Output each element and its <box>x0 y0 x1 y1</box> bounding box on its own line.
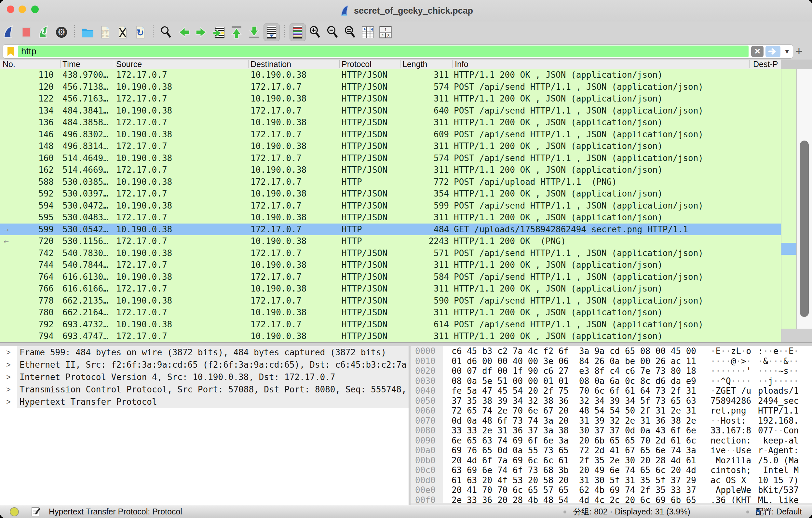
filter-bookmark-button[interactable] <box>4 46 17 57</box>
expert-info-icon[interactable] <box>10 507 19 516</box>
hex-row[interactable]: 0000 c6 45 b3 c2 7a 4c f2 6f 3a 9a cd 65… <box>411 346 812 356</box>
filter-text[interactable]: http <box>21 46 36 57</box>
start-capture-button[interactable] <box>1 23 17 41</box>
reload-file-button[interactable]: ↻ <box>132 23 148 41</box>
column-header-destination[interactable]: Destination <box>251 60 337 69</box>
colorize-toggle[interactable] <box>290 23 306 41</box>
packet-row[interactable]: 744 540.7844… 172.17.0.7 10.190.0.38 HTT… <box>0 259 781 271</box>
packet-row[interactable]: 764 616.6130… 10.190.0.38 172.17.0.7 HTT… <box>0 271 781 283</box>
close-file-button[interactable] <box>115 23 131 41</box>
filter-add-button[interactable]: + <box>792 44 806 58</box>
column-header-time[interactable]: Time <box>62 60 111 69</box>
packet-row[interactable]: 136 484.3858… 172.17.0.7 10.190.0.38 HTT… <box>0 116 781 128</box>
capture-comment-icon[interactable] <box>31 507 41 517</box>
filter-apply-button[interactable] <box>765 46 780 57</box>
detail-tree-row[interactable]: > Hypertext Transfer Protocol <box>0 396 409 408</box>
cell-time: 693.4747… <box>62 330 115 342</box>
packet-row[interactable]: 148 496.8314… 172.17.0.7 10.190.0.38 HTT… <box>0 140 781 152</box>
column-header-dest-port[interactable]: Dest-P <box>753 60 781 69</box>
chevron-right-icon[interactable]: > <box>0 383 17 396</box>
packet-list-scrollbar[interactable] <box>797 69 812 328</box>
ascii-left: 75894286 <box>710 396 753 406</box>
find-packet-button[interactable] <box>158 23 174 41</box>
zoom-original-button[interactable] <box>342 23 358 41</box>
restart-capture-button[interactable]: ↻ <box>36 23 52 41</box>
first-packet-button[interactable] <box>228 23 244 41</box>
packet-row[interactable]: 780 662.2164… 172.17.0.7 10.190.0.38 HTT… <box>0 307 781 319</box>
chevron-right-icon[interactable]: > <box>0 358 17 371</box>
packet-row[interactable]: 766 616.6166… 172.17.0.7 10.190.0.38 HTT… <box>0 283 781 295</box>
chevron-right-icon[interactable]: > <box>0 396 17 408</box>
cell-time: 514.4649… <box>62 152 115 164</box>
packet-row[interactable]: 720 530.1156… 172.17.0.7 10.190.0.38 HTT… <box>0 235 781 247</box>
hex-row[interactable]: 00e0 20 41 70 70 6c 65 57 65 62 4b 69 74… <box>411 485 812 495</box>
arrow-left-icon <box>177 25 191 39</box>
hex-row[interactable]: 0020 00 07 df 00 1f 90 c6 27 e3 8f c4 c6… <box>411 366 812 376</box>
packet-row[interactable]: 588 530.0385… 10.190.0.38 172.17.0.7 HTT… <box>0 176 781 188</box>
auto-scroll-toggle[interactable] <box>263 23 280 41</box>
column-header-source[interactable]: Source <box>116 60 243 69</box>
detail-tree-row[interactable]: > Internet Protocol Version 4, Src: 10.1… <box>0 371 409 383</box>
hex-row[interactable]: 0050 37 35 38 39 34 32 38 36 32 34 39 34… <box>411 396 812 406</box>
packet-row[interactable]: 592 530.0397… 172.17.0.7 10.190.0.38 HTT… <box>0 188 781 200</box>
hex-row[interactable]: 0080 33 33 2e 31 36 37 3a 38 30 37 37 0d… <box>411 426 812 436</box>
packet-row[interactable]: 110 438.9700… 172.17.0.7 10.190.0.38 HTT… <box>0 69 781 81</box>
column-header-no[interactable]: No. <box>3 60 58 69</box>
hex-bytes-right: 31 39 32 2e 31 36 38 2e <box>579 416 697 426</box>
packet-row[interactable]: 742 540.7830… 10.190.0.38 172.17.0.7 HTT… <box>0 247 781 259</box>
column-header-protocol[interactable]: Protocol <box>342 60 397 69</box>
display-filter-input[interactable]: http ✕ ▼ <box>3 44 793 59</box>
previous-packet-button[interactable] <box>176 23 192 41</box>
capture-options-button[interactable]: ⚙ <box>53 23 69 41</box>
next-packet-button[interactable] <box>193 23 209 41</box>
hex-row[interactable]: 0060 72 65 74 2e 70 6e 67 20 48 54 54 50… <box>411 406 812 416</box>
stop-capture-button[interactable] <box>18 23 34 41</box>
go-to-packet-button[interactable] <box>211 23 227 41</box>
last-packet-button[interactable] <box>246 23 262 41</box>
hex-row[interactable]: 00d0 61 63 20 4f 53 20 58 20 31 30 5f 31… <box>411 476 812 486</box>
hex-row[interactable]: 0030 08 0a 5e 51 00 00 01 01 08 0a 6a 0c… <box>411 376 812 386</box>
packet-details-pane: > Frame 599: 484 bytes on wire (3872 bit… <box>0 346 409 505</box>
packet-row[interactable]: 778 662.2135… 10.190.0.38 172.17.0.7 HTT… <box>0 295 781 307</box>
resize-columns-button[interactable] <box>360 23 376 41</box>
hex-row[interactable]: 0040 fe 5a 47 45 54 20 2f 75 70 6c 6f 61… <box>411 386 812 396</box>
zoom-in-button[interactable] <box>307 23 323 41</box>
column-header-info[interactable]: Info <box>455 60 744 69</box>
packet-row[interactable]: 594 530.0472… 10.190.0.38 172.17.0.7 HTT… <box>0 200 781 212</box>
layout-button[interactable]: 123 <box>377 23 394 41</box>
filter-clear-button[interactable]: ✕ <box>751 46 763 57</box>
hex-bytes-right: 72 2d 41 67 65 6e 74 3a <box>579 445 697 456</box>
hex-row[interactable]: 0090 6e 65 63 74 69 6f 6e 3a 20 6b 65 65… <box>411 436 812 446</box>
hex-row[interactable]: 00b0 20 4d 6f 7a 69 6c 6c 61 2f 35 2e 30… <box>411 456 812 466</box>
packet-row[interactable]: 162 514.4669… 172.17.0.7 10.190.0.38 HTT… <box>0 164 781 176</box>
packet-row[interactable]: 122 456.7163… 172.17.0.7 10.190.0.38 HTT… <box>0 93 781 105</box>
hex-row[interactable]: 00c0 63 69 6e 74 6f 73 68 3b 20 49 6e 74… <box>411 465 812 476</box>
dest-port-column-strip <box>781 69 797 328</box>
packet-row[interactable]: 120 456.7138… 10.190.0.38 172.17.0.7 HTT… <box>0 81 781 93</box>
column-header-length[interactable]: Length <box>402 60 450 69</box>
cell-length: 590 <box>400 295 449 307</box>
filter-history-dropdown[interactable]: ▼ <box>784 48 790 55</box>
detail-tree-row[interactable]: > Frame 599: 484 bytes on wire (3872 bit… <box>0 346 409 358</box>
hex-row[interactable]: 0070 0d 0a 48 6f 73 74 3a 20 31 39 32 2e… <box>411 416 812 426</box>
hex-row[interactable]: 0010 01 d6 00 00 40 00 3e 06 84 26 0a be… <box>411 356 812 366</box>
packet-row[interactable]: 146 496.8302… 10.190.0.38 172.17.0.7 HTT… <box>0 128 781 141</box>
packet-row[interactable]: 794 693.4747… 172.17.0.7 10.190.0.38 HTT… <box>0 330 781 342</box>
hex-bytes-left: 6e 65 63 74 69 6f 6e 3a <box>452 436 569 446</box>
save-file-button[interactable]: 010100110101110 <box>97 23 113 41</box>
packet-row[interactable]: 792 693.4732… 10.190.0.38 172.17.0.7 HTT… <box>0 319 781 330</box>
shark-fin-icon <box>2 25 16 39</box>
zoom-out-button[interactable] <box>325 23 341 41</box>
packet-row[interactable]: 134 484.3841… 10.190.0.38 172.17.0.7 HTT… <box>0 105 781 117</box>
packet-row[interactable]: 599 530.0542… 10.190.0.38 172.17.0.7 HTT… <box>0 224 781 236</box>
open-file-button[interactable] <box>79 23 96 41</box>
status-profile[interactable]: 配置: Default <box>755 505 802 518</box>
detail-tree-row[interactable]: > Ethernet II, Src: f2:6f:3a:9a:cd:65 (f… <box>0 358 409 371</box>
hex-row[interactable]: 00a0 69 76 65 0d 0a 55 73 65 72 2d 41 67… <box>411 445 812 456</box>
scrollbar-thumb[interactable] <box>800 141 809 317</box>
detail-tree-row[interactable]: > Transmission Control Protocol, Src Por… <box>0 383 409 396</box>
chevron-right-icon[interactable]: > <box>0 371 17 383</box>
packet-row[interactable]: 160 514.4649… 10.190.0.38 172.17.0.7 HTT… <box>0 152 781 164</box>
packet-row[interactable]: 595 530.0483… 172.17.0.7 10.190.0.38 HTT… <box>0 211 781 224</box>
chevron-right-icon[interactable]: > <box>0 346 17 358</box>
